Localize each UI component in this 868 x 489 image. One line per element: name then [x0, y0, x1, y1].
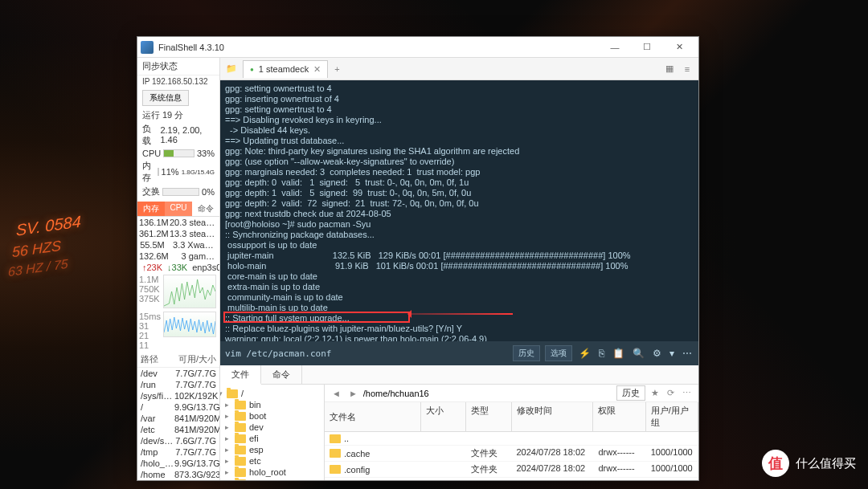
nav-back-icon[interactable]: ◄ — [330, 389, 343, 398]
titlebar[interactable]: FinalShell 4.3.10 — ☐ ✕ — [137, 37, 698, 58]
fs-row[interactable]: /9.9G/13.7G — [137, 401, 219, 413]
watermark-text: 什么值得买 — [796, 456, 856, 471]
col-date[interactable]: 修改时间 — [512, 402, 594, 431]
options-button[interactable]: 选项 — [545, 345, 572, 361]
col-perm[interactable]: 权限 — [593, 402, 645, 431]
search-icon[interactable]: 🔍 — [631, 348, 646, 359]
col-type[interactable]: 类型 — [466, 402, 511, 431]
fs-row[interactable]: /run7.7G/7.7G — [137, 379, 219, 390]
command-bar: 历史 选项 ⚡ ⎘ 📋 🔍 ⚙ ▾ ⋯ — [220, 341, 698, 365]
tab-close-icon[interactable]: ✕ — [313, 64, 321, 75]
folder-icon — [235, 423, 246, 432]
folder-icon — [235, 479, 246, 481]
terminal[interactable]: gpg: setting ownertrust to 4 gpg: insert… — [220, 80, 698, 341]
tree-node[interactable]: esp — [220, 444, 324, 455]
process-row[interactable]: 55.5M3.3Xwaylan — [137, 239, 219, 251]
paste-icon[interactable]: 📋 — [611, 348, 626, 359]
minimize-button[interactable]: — — [599, 38, 631, 57]
history-button[interactable]: 历史 — [513, 345, 540, 361]
tree-node[interactable]: dev — [220, 422, 324, 433]
folder-icon — [235, 457, 246, 466]
folder-icon — [235, 401, 246, 410]
sysinfo-button[interactable]: 系统信息 — [142, 90, 189, 106]
tab-label: 1 steamdeck — [259, 64, 309, 74]
fs-row[interactable]: /home873.3G/923.3G — [137, 469, 219, 480]
fs-col-avail: 可用/大小 — [178, 353, 216, 365]
path-input[interactable] — [363, 389, 613, 398]
tree-node[interactable]: etc — [220, 455, 324, 467]
fs-row[interactable]: /dev7.7G/7.7G — [137, 368, 219, 379]
sync-status-label: 同步状态 — [137, 58, 219, 75]
tree-node[interactable]: boot — [220, 410, 324, 422]
fs-row[interactable]: /etc841M/920M — [137, 424, 219, 435]
mem-text: 1.8G/15.4G — [182, 169, 215, 176]
file-row[interactable]: .local文件夹2024/07/28 18:03drwxr-xr-x1000/… — [325, 478, 698, 480]
tab-add-button[interactable]: + — [328, 61, 346, 77]
file-row[interactable]: .config文件夹2024/07/28 18:02drwx------1000… — [325, 462, 698, 478]
grid-view-icon[interactable]: ▦ — [661, 61, 678, 77]
fs-col-path: 路径 — [141, 353, 178, 365]
col-name[interactable]: 文件名 — [325, 402, 421, 431]
col-own[interactable]: 用户/用户组 — [646, 402, 698, 431]
cpu-label: CPU — [142, 149, 161, 158]
sidebar: 同步状态 IP 192.168.50.132 系统信息 运行 19 分 负载 2… — [137, 58, 220, 480]
folder-icon — [235, 412, 246, 421]
tree-node[interactable]: efi — [220, 433, 324, 444]
col-size[interactable]: 大小 — [421, 402, 466, 431]
arrow-annotation — [408, 313, 513, 315]
mem-pct: 11% — [162, 167, 179, 177]
file-row[interactable]: .cache文件夹2024/07/28 18:02drwx------1000/… — [325, 446, 698, 462]
swap-pct: 0% — [202, 187, 215, 197]
folder-icon — [227, 389, 238, 398]
close-button[interactable]: ✕ — [663, 38, 695, 57]
swap-label: 交换 — [142, 185, 160, 198]
terminal-tab[interactable]: ● 1 steamdeck ✕ — [243, 60, 328, 78]
tree-node[interactable]: home — [220, 478, 324, 480]
bolt-icon[interactable]: ⚡ — [577, 348, 592, 359]
net-iface: enp3s0 — [192, 263, 220, 272]
mem-label: 内存 — [142, 160, 155, 184]
shrink-icon[interactable]: ▾ — [668, 348, 676, 359]
fs-row[interactable]: /var841M/920M — [137, 413, 219, 424]
refresh-icon[interactable]: ⟳ — [665, 388, 677, 398]
nav-fwd-icon[interactable]: ► — [346, 389, 360, 398]
proc-tab-cmd[interactable]: 命令 — [192, 202, 219, 216]
process-row[interactable]: 136.1M20.3steamwe — [137, 217, 219, 228]
proc-tab-mem[interactable]: 内存 — [137, 202, 165, 216]
toolbar-more-icon[interactable]: ⋯ — [680, 388, 694, 398]
command-input[interactable] — [225, 348, 508, 359]
net-up: ↑23K — [142, 263, 162, 272]
folder-icon — [330, 449, 341, 458]
fs-row[interactable]: /holo_root9.9G/13.7G — [137, 458, 219, 469]
tree-node[interactable]: bin — [220, 399, 324, 410]
tree-node[interactable]: / — [220, 388, 324, 399]
fs-row[interactable]: /tmp7.7G/7.7G — [137, 446, 219, 458]
tree-node[interactable]: holo_root — [220, 467, 324, 478]
path-history-btn[interactable]: 历史 — [616, 385, 645, 401]
list-view-icon[interactable]: ≡ — [679, 61, 695, 77]
bookmark-icon[interactable]: ★ — [649, 388, 661, 398]
cpu-pct: 33% — [197, 149, 215, 158]
file-tab[interactable]: 文件 — [220, 365, 261, 385]
runtime-label: 运行 — [142, 109, 160, 121]
ip-address: IP 192.168.50.132 — [137, 75, 219, 88]
file-tree[interactable]: /binbootdevefiespetcholo_roothome — [220, 385, 325, 480]
fs-row[interactable]: /sys/firm...102K/192K — [137, 390, 219, 401]
process-row[interactable]: 132.6M3gamescc — [137, 251, 219, 262]
watermark-icon: 值 — [762, 450, 789, 477]
app-title: FinalShell 4.3.10 — [158, 43, 599, 52]
proc-tab-cpu[interactable]: CPU — [165, 202, 192, 216]
watermark: 值 什么值得买 — [762, 450, 856, 477]
cmd-tab[interactable]: 命令 — [261, 365, 302, 384]
copy-icon[interactable]: ⎘ — [597, 348, 606, 359]
maximize-button[interactable]: ☐ — [631, 38, 663, 57]
folder-open-icon[interactable]: 📁 — [223, 61, 240, 77]
fs-row[interactable]: /dev/shm7.6G/7.7G — [137, 435, 219, 446]
file-row[interactable]: .. — [325, 432, 698, 446]
more-icon[interactable]: ⋯ — [681, 348, 694, 359]
settings-icon[interactable]: ⚙ — [651, 348, 663, 359]
app-icon — [141, 41, 154, 54]
load-label: 负载 — [142, 123, 158, 147]
tabbar: 📁 ● 1 steamdeck ✕ + ▦ ≡ — [220, 58, 698, 80]
process-row[interactable]: 361.2M13.3steamwe — [137, 228, 219, 239]
